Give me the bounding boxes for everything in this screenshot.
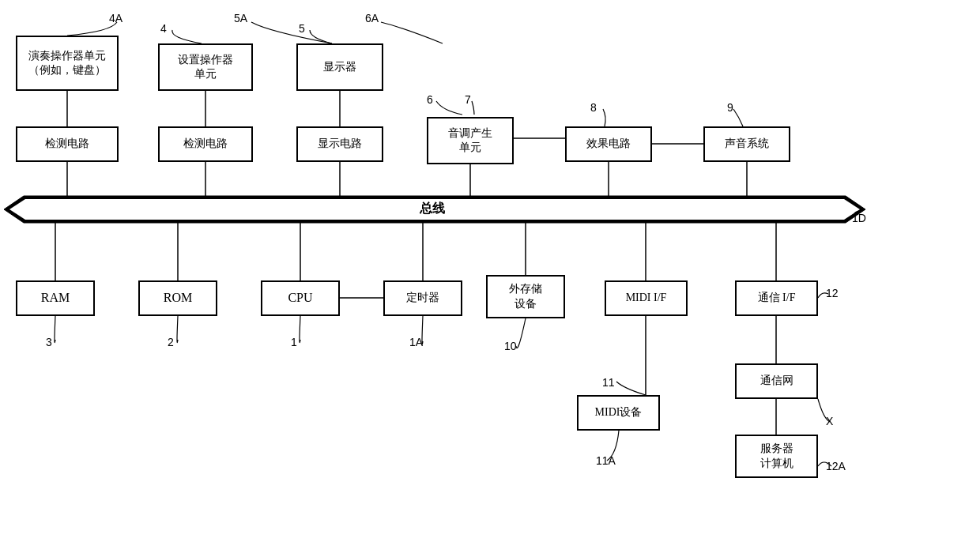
ref-6a: 6A — [365, 12, 379, 24]
display-circuit-label: 显示电路 — [318, 137, 362, 151]
cpu-box: CPU — [261, 280, 340, 316]
midi-if-label: MIDI I/F — [626, 291, 667, 305]
tone-gen-label: 音调产生单元 — [448, 126, 492, 155]
display-circuit-box: 显示电路 — [296, 126, 383, 162]
ref-x: X — [826, 415, 833, 427]
bus-label: 总线 — [416, 201, 448, 217]
ext-storage-label: 外存储设备 — [509, 282, 542, 310]
ref-6: 6 — [427, 93, 433, 106]
performer-operator-label: 演奏操作器单元 （例如，键盘） — [17, 49, 117, 77]
ref-12a: 12A — [826, 460, 846, 472]
midi-device-box: MIDI设备 — [577, 395, 660, 431]
ref-12: 12 — [826, 287, 839, 299]
comm-if-box: 通信 I/F — [735, 280, 818, 316]
ram-label: RAM — [41, 290, 70, 307]
ref-11: 11 — [602, 376, 615, 389]
timer-box: 定时器 — [383, 280, 462, 316]
tone-gen-box: 音调产生单元 — [427, 117, 514, 164]
detect-circuit-1-label: 检测电路 — [45, 137, 89, 151]
performer-operator-box: 演奏操作器单元 （例如，键盘） — [16, 36, 119, 91]
rom-label: ROM — [164, 290, 192, 307]
ref-1a: 1A — [409, 336, 423, 348]
comm-if-label: 通信 I/F — [758, 291, 796, 305]
server-computer-label: 服务器计算机 — [760, 442, 793, 470]
sound-system-box: 声音系统 — [703, 126, 790, 162]
display-unit-label: 显示器 — [323, 60, 356, 74]
effect-circuit-box: 效果电路 — [565, 126, 652, 162]
ref-1d: 1D — [852, 212, 866, 224]
display-unit-box: 显示器 — [296, 43, 383, 91]
midi-if-box: MIDI I/F — [605, 280, 688, 316]
detect-circuit-1-box: 检测电路 — [16, 126, 119, 162]
ref-5a: 5A — [234, 12, 247, 24]
ref-2: 2 — [168, 336, 174, 348]
timer-label: 定时器 — [406, 291, 439, 305]
detect-circuit-2-label: 检测电路 — [183, 137, 228, 151]
ext-storage-box: 外存储设备 — [486, 275, 565, 318]
comm-net-label: 通信网 — [760, 374, 793, 388]
ref-8: 8 — [590, 101, 597, 114]
rom-box: ROM — [138, 280, 217, 316]
sound-system-label: 声音系统 — [725, 137, 769, 151]
ref-5: 5 — [299, 22, 305, 35]
comm-net-box: 通信网 — [735, 363, 818, 399]
ref-7: 7 — [465, 93, 471, 106]
ref-3: 3 — [46, 336, 52, 348]
setup-operator-label: 设置操作器单元 — [178, 53, 233, 81]
ref-9: 9 — [727, 101, 733, 114]
ref-4a: 4A — [109, 12, 122, 24]
ref-11a: 11A — [596, 454, 616, 467]
cpu-label: CPU — [288, 290, 312, 307]
ref-10: 10 — [504, 340, 517, 352]
server-computer-box: 服务器计算机 — [735, 435, 818, 478]
setup-operator-box: 设置操作器单元 — [158, 43, 253, 91]
detect-circuit-2-box: 检测电路 — [158, 126, 253, 162]
ram-box: RAM — [16, 280, 95, 316]
ref-4: 4 — [160, 22, 167, 35]
ref-1: 1 — [291, 336, 297, 348]
diagram-container: 演奏操作器单元 （例如，键盘） 检测电路 设置操作器单元 检测电路 显示器 显示… — [0, 0, 980, 557]
effect-circuit-label: 效果电路 — [586, 137, 631, 151]
midi-device-label: MIDI设备 — [595, 405, 643, 420]
